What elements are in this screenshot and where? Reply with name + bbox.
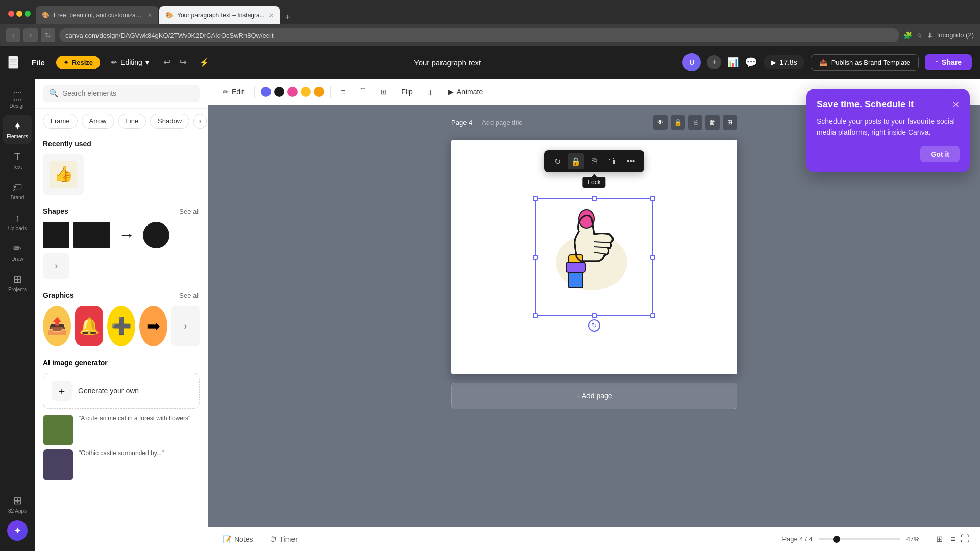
- transparency-button[interactable]: ◫: [423, 86, 438, 98]
- color-black[interactable]: [274, 87, 284, 97]
- add-page-button[interactable]: + Add page: [451, 383, 737, 409]
- graphic-bell[interactable]: 🔔: [75, 306, 103, 346]
- chip-more[interactable]: ›: [193, 114, 207, 129]
- graphic-share[interactable]: 📤: [43, 306, 71, 346]
- magic-wand-button[interactable]: ⚡: [196, 56, 212, 69]
- new-tab-button[interactable]: +: [281, 10, 295, 24]
- timer-bottom-button[interactable]: ⏱ Timer: [265, 533, 302, 545]
- copy-element-button[interactable]: ⎘: [586, 153, 602, 169]
- duplicate-button[interactable]: ⊞: [377, 86, 391, 98]
- sidebar-item-apps[interactable]: ⊞ 82 Apps: [3, 490, 32, 518]
- grid-view-button[interactable]: ⊞: [933, 532, 946, 546]
- zoom-slider[interactable]: [819, 538, 900, 540]
- shapes-see-all[interactable]: See all: [179, 208, 200, 215]
- color-yellow[interactable]: [301, 87, 311, 97]
- nav-buttons[interactable]: ‹ › ↻: [6, 28, 55, 42]
- sidebar-item-draw[interactable]: ✏ Draw: [3, 238, 32, 266]
- align-button[interactable]: ≡: [337, 86, 349, 98]
- shape-rect[interactable]: [74, 222, 110, 248]
- tab-1-close[interactable]: ✕: [148, 12, 152, 19]
- publish-brand-template-button[interactable]: 📤 Publish as Brand Template: [811, 54, 919, 71]
- sidebar-item-uploads[interactable]: ↑ Uploads: [3, 207, 32, 236]
- page-lock-button[interactable]: 🔒: [671, 115, 685, 130]
- notes-button[interactable]: 📝 Notes: [218, 533, 257, 545]
- color-orange[interactable]: [314, 87, 324, 97]
- chip-shadow[interactable]: Shadow: [150, 114, 189, 129]
- user-avatar[interactable]: U: [682, 53, 701, 71]
- graphic-arrow[interactable]: ➡: [139, 306, 167, 346]
- ai-suggestion-1[interactable]: "A cute anime cat in a forest with flowe…: [43, 415, 200, 445]
- handle-bottom-right[interactable]: [650, 313, 655, 318]
- handle-top-left[interactable]: [533, 196, 538, 201]
- flip-button[interactable]: Flip: [397, 86, 417, 98]
- graphics-see-all[interactable]: See all: [179, 292, 200, 299]
- hamburger-menu[interactable]: ☰: [8, 56, 18, 69]
- chip-arrow[interactable]: Arrow: [82, 114, 114, 129]
- editing-mode-button[interactable]: ✏ Editing ▾: [106, 55, 154, 69]
- shape-circle[interactable]: [143, 222, 169, 248]
- rotate-handle[interactable]: ↻: [588, 319, 600, 332]
- address-bar[interactable]: canva.com/design/DAGVwk84gKQ/2TWv0K2DrCA…: [59, 28, 899, 42]
- page-expand-button[interactable]: ⊞: [723, 115, 737, 130]
- selected-element[interactable]: ↻: [538, 201, 650, 313]
- refresh-button[interactable]: ↻: [41, 28, 55, 42]
- handle-bottom-left[interactable]: [533, 313, 538, 318]
- handle-top-right[interactable]: [650, 196, 655, 201]
- shapes-more-button[interactable]: ›: [43, 253, 69, 279]
- undo-button[interactable]: ↩: [160, 55, 174, 70]
- present-timer-button[interactable]: ▶ 17.8s: [764, 55, 804, 69]
- page-copy-button[interactable]: ⎘: [688, 115, 702, 130]
- browser-tab-1[interactable]: 🎨 Free, beautiful, and customizabl... ✕: [36, 6, 158, 24]
- handle-bottom-center[interactable]: [592, 313, 597, 318]
- page-eye-button[interactable]: 👁: [653, 115, 668, 130]
- window-controls[interactable]: [8, 11, 31, 17]
- tab-2-close[interactable]: ✕: [269, 12, 274, 19]
- graphics-more-button[interactable]: ›: [172, 306, 200, 346]
- sidebar-item-elements[interactable]: ✦ Elements: [3, 115, 32, 144]
- popup-got-it-button[interactable]: Got it: [920, 146, 960, 162]
- analytics-button[interactable]: 📊: [727, 57, 739, 68]
- back-button[interactable]: ‹: [6, 28, 20, 42]
- color-pink[interactable]: [287, 87, 298, 97]
- minimize-window[interactable]: [16, 11, 22, 17]
- sidebar-item-brand[interactable]: 🏷 Brand: [3, 177, 32, 205]
- add-title-placeholder[interactable]: Add page title: [482, 119, 523, 127]
- page-canvas[interactable]: ↻ 🔒 ⎘ 🗑 ••• Lock: [451, 140, 737, 374]
- handle-top-center[interactable]: [592, 196, 597, 201]
- redo-button[interactable]: ↪: [176, 55, 190, 70]
- browser-tab-2[interactable]: 🎨 Your paragraph text – Instagra... ✕: [159, 6, 280, 24]
- chip-frame[interactable]: Frame: [43, 114, 78, 129]
- shape-square[interactable]: [43, 222, 69, 248]
- search-input[interactable]: [63, 89, 193, 97]
- animate-button[interactable]: ▶ Animate: [444, 86, 487, 98]
- delete-element-button[interactable]: 🗑: [604, 153, 621, 169]
- ai-suggestion-2[interactable]: "Gothic castle surrounded by...": [43, 449, 200, 480]
- lock-element-button[interactable]: 🔒: [568, 153, 584, 169]
- page-delete-button[interactable]: 🗑: [705, 115, 720, 130]
- chip-line[interactable]: Line: [118, 114, 146, 129]
- curve-button[interactable]: ⌒: [355, 85, 371, 98]
- file-menu-button[interactable]: File: [27, 55, 50, 70]
- popup-close-button[interactable]: ✕: [952, 99, 960, 110]
- generate-own-button[interactable]: ＋ Generate your own: [43, 373, 200, 409]
- maximize-window[interactable]: [24, 11, 31, 17]
- canva-ai-button[interactable]: ✦: [7, 520, 28, 541]
- color-purple[interactable]: [261, 87, 271, 97]
- graphic-plus[interactable]: ➕: [107, 306, 135, 346]
- close-window[interactable]: [8, 11, 14, 17]
- resize-button[interactable]: ✦ Resize: [56, 56, 100, 69]
- comment-button[interactable]: 💬: [745, 56, 757, 68]
- shape-arrow[interactable]: →: [114, 221, 139, 248]
- sidebar-item-design[interactable]: ⬚ Design: [3, 85, 32, 113]
- recently-used-thumbsup[interactable]: 👍: [43, 154, 84, 195]
- handle-middle-left[interactable]: [533, 255, 538, 260]
- fullscreen-button[interactable]: ⛶: [961, 532, 970, 546]
- edit-button[interactable]: ✏ Edit: [218, 86, 248, 98]
- sidebar-item-text[interactable]: T Text: [3, 146, 32, 174]
- list-view-button[interactable]: ≡: [948, 532, 959, 546]
- handle-middle-right[interactable]: [650, 255, 655, 260]
- rotate-element-button[interactable]: ↻: [549, 153, 566, 169]
- add-collaborator-button[interactable]: +: [707, 55, 721, 69]
- sidebar-item-projects[interactable]: ⊞ Projects: [3, 268, 32, 297]
- share-button[interactable]: ↑ Share: [925, 54, 972, 70]
